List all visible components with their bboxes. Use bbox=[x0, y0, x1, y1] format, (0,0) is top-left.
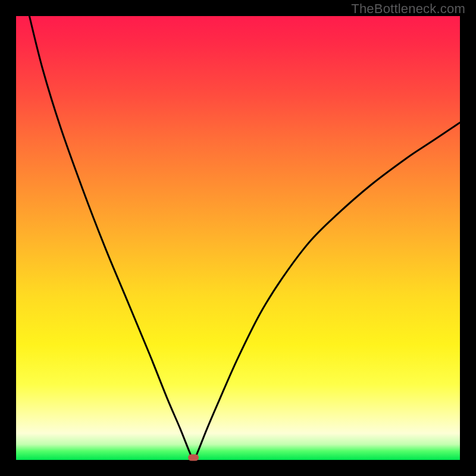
bottleneck-curve-path bbox=[29, 16, 460, 460]
curve-svg bbox=[16, 16, 460, 460]
chart-frame: TheBottleneck.com bbox=[0, 0, 476, 476]
watermark-label: TheBottleneck.com bbox=[351, 1, 465, 17]
minimum-marker bbox=[188, 455, 199, 461]
plot-area bbox=[16, 16, 460, 460]
